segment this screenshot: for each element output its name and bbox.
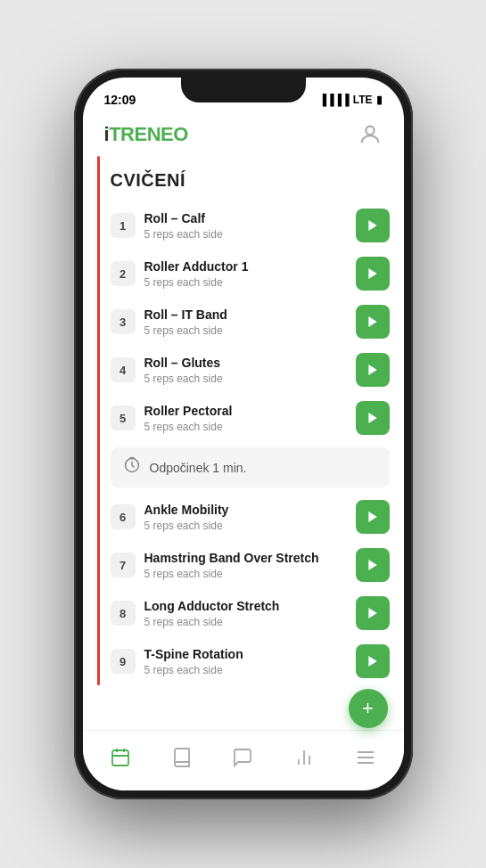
exercise-reps-2: 5 reps each side bbox=[144, 276, 347, 289]
rest-timer-icon bbox=[123, 456, 141, 479]
fab-add-button[interactable]: + bbox=[349, 689, 388, 728]
exercise-number-9: 9 bbox=[111, 649, 136, 674]
app-header: iTRENEO bbox=[83, 117, 404, 156]
exercise-info-6: Ankle Mobility 5 reps each side bbox=[144, 502, 347, 531]
play-button-4[interactable] bbox=[356, 353, 390, 387]
rest-label: Odpočinek 1 min. bbox=[150, 461, 247, 475]
logo-prefix: i bbox=[104, 123, 110, 145]
play-button-5[interactable] bbox=[356, 401, 390, 435]
nav-item-menu[interactable] bbox=[344, 741, 387, 774]
notch bbox=[181, 78, 306, 102]
exercise-item-1: 1 Roll – Calf 5 reps each side bbox=[111, 201, 390, 250]
exercise-name-6: Ankle Mobility bbox=[144, 502, 347, 518]
app-logo: iTRENEO bbox=[104, 123, 188, 146]
exercise-list-2: 6 Ankle Mobility 5 reps each side bbox=[111, 493, 390, 685]
play-button-8[interactable] bbox=[356, 596, 390, 630]
svg-marker-2 bbox=[368, 268, 376, 279]
play-button-2[interactable] bbox=[356, 257, 390, 291]
user-profile-icon[interactable] bbox=[358, 122, 383, 147]
exercise-name-3: Roll – IT Band bbox=[144, 307, 347, 323]
svg-marker-10 bbox=[368, 656, 376, 667]
exercise-info-9: T-Spine Rotation 5 reps each side bbox=[144, 646, 347, 676]
exercise-number-1: 1 bbox=[111, 213, 136, 238]
exercise-item-3: 3 Roll – IT Band 5 reps each side bbox=[111, 298, 390, 346]
svg-marker-5 bbox=[368, 413, 376, 423]
exercise-name-4: Roll – Glutes bbox=[144, 355, 347, 371]
phone-wrapper: 12:09 ▐▐▐▐ LTE ▮ iTRENEO bbox=[0, 0, 486, 868]
exercise-number-8: 8 bbox=[111, 601, 136, 626]
exercise-number-7: 7 bbox=[111, 553, 136, 577]
exercise-item-2: 2 Roller Adductor 1 5 reps each side bbox=[111, 250, 390, 298]
nav-item-calendar[interactable] bbox=[99, 741, 142, 774]
svg-marker-4 bbox=[368, 364, 376, 375]
svg-rect-11 bbox=[112, 750, 128, 766]
phone-screen: 12:09 ▐▐▐▐ LTE ▮ iTRENEO bbox=[83, 78, 404, 790]
exercise-name-2: Roller Adductor 1 bbox=[144, 258, 347, 274]
exercise-reps-7: 5 reps each side bbox=[144, 568, 347, 580]
svg-marker-7 bbox=[368, 512, 376, 522]
section-content: CVIČENÍ 1 Roll – Calf 5 reps each side bbox=[111, 156, 390, 685]
play-button-3[interactable] bbox=[356, 305, 390, 339]
play-button-1[interactable] bbox=[356, 209, 390, 242]
play-button-9[interactable] bbox=[356, 644, 390, 678]
svg-marker-1 bbox=[368, 220, 376, 231]
exercise-info-2: Roller Adductor 1 5 reps each side bbox=[144, 258, 347, 288]
exercise-reps-9: 5 reps each side bbox=[144, 664, 347, 676]
play-button-6[interactable] bbox=[356, 500, 390, 534]
status-icons: ▐▐▐▐ LTE ▮ bbox=[319, 94, 383, 106]
exercise-info-3: Roll – IT Band 5 reps each side bbox=[144, 307, 347, 336]
exercise-info-8: Long Adductor Stretch 5 reps each side bbox=[144, 598, 347, 627]
exercise-reps-4: 5 reps each side bbox=[144, 373, 347, 385]
bottom-nav bbox=[83, 730, 404, 790]
svg-marker-3 bbox=[368, 316, 376, 327]
network-label: LTE bbox=[353, 94, 373, 106]
status-time: 12:09 bbox=[104, 93, 136, 107]
exercise-item-8: 8 Long Adductor Stretch 5 reps each side bbox=[111, 589, 390, 637]
svg-point-0 bbox=[366, 127, 374, 135]
exercise-name-5: Roller Pectoral bbox=[144, 403, 347, 419]
exercise-name-8: Long Adductor Stretch bbox=[144, 598, 347, 614]
nav-item-book[interactable] bbox=[161, 741, 203, 774]
svg-marker-8 bbox=[368, 560, 376, 570]
signal-icon: ▐▐▐▐ bbox=[319, 94, 350, 106]
section-title: CVIČENÍ bbox=[111, 170, 390, 191]
exercise-number-4: 4 bbox=[111, 357, 136, 382]
exercise-item-6: 6 Ankle Mobility 5 reps each side bbox=[111, 493, 390, 541]
play-button-7[interactable] bbox=[356, 548, 390, 582]
exercise-reps-3: 5 reps each side bbox=[144, 324, 347, 337]
exercise-number-3: 3 bbox=[111, 309, 136, 334]
exercise-reps-1: 5 reps each side bbox=[144, 228, 347, 241]
exercise-name-7: Hamstring Band Over Stretch bbox=[144, 550, 347, 566]
fab-plus-icon: + bbox=[362, 697, 374, 720]
nav-item-chart[interactable] bbox=[283, 741, 325, 774]
exercise-reps-8: 5 reps each side bbox=[144, 616, 347, 628]
exercise-name-9: T-Spine Rotation bbox=[144, 646, 347, 662]
exercise-info-4: Roll – Glutes 5 reps each side bbox=[144, 355, 347, 384]
main-scroll-area: CVIČENÍ 1 Roll – Calf 5 reps each side bbox=[83, 156, 404, 741]
red-accent-line bbox=[97, 156, 100, 685]
exercise-info-7: Hamstring Band Over Stretch 5 reps each … bbox=[144, 550, 347, 579]
nav-item-chat[interactable] bbox=[221, 741, 264, 774]
exercise-item-5: 5 Roller Pectoral 5 reps each side bbox=[111, 394, 390, 442]
exercise-list-1: 1 Roll – Calf 5 reps each side bbox=[111, 201, 390, 442]
exercise-reps-6: 5 reps each side bbox=[144, 520, 347, 532]
exercise-name-1: Roll – Calf bbox=[144, 210, 347, 226]
exercise-number-5: 5 bbox=[111, 405, 136, 430]
section-container: CVIČENÍ 1 Roll – Calf 5 reps each side bbox=[97, 156, 390, 685]
content-area: CVIČENÍ 1 Roll – Calf 5 reps each side bbox=[83, 156, 404, 685]
exercise-item-7: 7 Hamstring Band Over Stretch 5 reps eac… bbox=[111, 541, 390, 589]
phone-device: 12:09 ▐▐▐▐ LTE ▮ iTRENEO bbox=[74, 69, 413, 799]
exercise-info-5: Roller Pectoral 5 reps each side bbox=[144, 403, 347, 432]
rest-banner: Odpočinek 1 min. bbox=[111, 447, 390, 487]
svg-marker-9 bbox=[368, 608, 376, 618]
exercise-info-1: Roll – Calf 5 reps each side bbox=[144, 210, 347, 240]
exercise-number-6: 6 bbox=[111, 504, 136, 529]
exercise-item-4: 4 Roll – Glutes 5 reps each side bbox=[111, 346, 390, 394]
exercise-item-9: 9 T-Spine Rotation 5 reps each side bbox=[111, 637, 390, 685]
exercise-reps-5: 5 reps each side bbox=[144, 421, 347, 433]
battery-icon: ▮ bbox=[376, 94, 383, 106]
exercise-number-2: 2 bbox=[111, 261, 136, 286]
